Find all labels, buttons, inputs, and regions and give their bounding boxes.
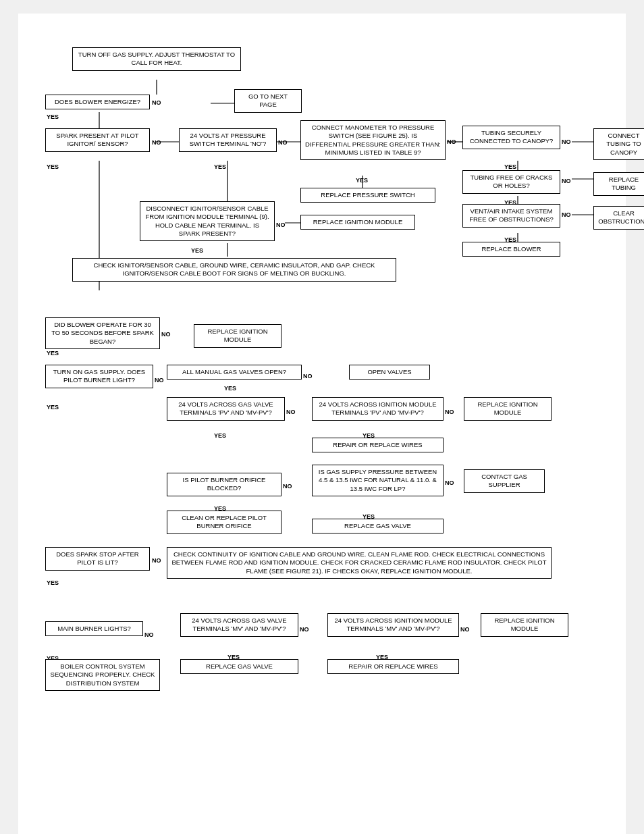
replace-pressure-switch-box: REPLACE PRESSURE SWITCH <box>300 188 435 203</box>
repair-wires-2-box: REPAIR OR REPLACE WIRES <box>327 659 459 674</box>
blower30-yes-label: YES <box>47 350 59 357</box>
vent-no-label: NO <box>562 211 571 218</box>
tubing-connected-question: TUBING SECURELY CONNECTED TO CANOPY? <box>462 126 560 149</box>
disconnect-yes-label: YES <box>191 247 203 254</box>
main-burner-question: MAIN BURNER LIGHTS? <box>45 621 143 636</box>
volts-module-pv-question: 24 VOLTS ACROSS IGNITION MODULE TERMINAL… <box>312 397 444 421</box>
open-valves-box: OPEN VALVES <box>349 365 430 380</box>
voltsmv-no-label: NO <box>300 626 309 633</box>
replace-ignition-2-box: REPLACE IGNITION MODULE <box>194 324 281 348</box>
check-continuity-box: CHECK CONTINUITY OF IGNITION CABLE AND G… <box>167 547 552 579</box>
replace-gas-valve-1-box: REPLACE GAS VALVE <box>312 519 444 533</box>
vent-free-question: VENT/AIR INTAKE SYSTEM FREE OF OBSTRUCTI… <box>462 204 560 228</box>
voltsmodpv-no-label: NO <box>445 409 454 415</box>
manometer-yes-label: YES <box>356 177 368 184</box>
volts-24-question: 24 VOLTS AT PRESSURE SWITCH TERMINAL 'NO… <box>179 128 277 152</box>
repair-wires-1-box: REPAIR OR REPLACE WIRES <box>312 438 444 452</box>
check-ignitor-box: CHECK IGNITOR/SENSOR CABLE, GROUND WIRE,… <box>72 258 396 282</box>
blower-yes-label: YES <box>47 113 59 120</box>
voltspv-no-label: NO <box>286 409 296 415</box>
manometer-no-label: NO <box>447 138 456 145</box>
start-box: TURN OFF GAS SUPPLY. ADJUST THERMOSTAT T… <box>72 47 241 71</box>
blower-30-question: DID BLOWER OPERATE FOR 30 TO 50 SECONDS … <box>45 317 160 349</box>
boiler-ok-box: BOILER CONTROL SYSTEM SEQUENCING PROPERL… <box>45 659 160 691</box>
tubing-free-no-label: NO <box>562 178 571 184</box>
spark-stop-question: DOES SPARK STOP AFTER PILOT IS LIT? <box>45 547 150 571</box>
clean-pilot-box: CLEAN OR REPLACE PILOT BURNER ORIFICE <box>167 511 281 534</box>
tubing-conn-yes-label: YES <box>504 163 516 170</box>
volts24-no-label: NO <box>278 139 288 146</box>
gaspressure-no-label: NO <box>445 479 454 486</box>
pilot-no-label: NO <box>155 377 164 384</box>
contact-gas-box: CONTACT GAS SUPPLIER <box>464 469 545 493</box>
mainburner-no-label: NO <box>144 631 154 638</box>
blower-no-label: NO <box>152 99 161 106</box>
replace-blower-box: REPLACE BLOWER <box>462 242 560 257</box>
volts-mv-question: 24 VOLTS ACROSS GAS VALVE TERMINALS 'MV'… <box>180 613 298 637</box>
gasvalves-no-label: NO <box>303 373 313 380</box>
connect-tubing-box: CONNECT TUBING TO CANOPY <box>593 128 644 160</box>
replace-gas-valve-2-box: REPLACE GAS VALVE <box>180 659 298 674</box>
replace-ignition-1-box: REPLACE IGNITION MODULE <box>300 215 415 230</box>
disconnect-no-label: NO <box>276 221 286 228</box>
gasvalves-yes-label: YES <box>224 385 236 392</box>
gas-pressure-question: IS GAS SUPPLY PRESSURE BETWEEN 4.5 & 13.… <box>312 465 444 496</box>
spark-no-label: NO <box>152 139 161 146</box>
replace-ignition-3-box: REPLACE IGNITION MODULE <box>464 397 552 421</box>
pilot-blocked-question: IS PILOT BURNER ORIFICE BLOCKED? <box>167 473 281 496</box>
clear-obstructions-box: CLEAR OBSTRUCTIONS <box>593 206 644 230</box>
blower30-no-label: NO <box>161 331 171 338</box>
voltspv-yes-label: YES <box>214 432 226 439</box>
sparkstop-no-label: NO <box>152 557 161 564</box>
go-next-box: GO TO NEXT PAGE <box>234 89 302 113</box>
replace-tubing-box: REPLACE TUBING <box>593 172 644 196</box>
disconnect-ignitor-box: DISCONNECT IGNITOR/SENSOR CABLE FROM IGN… <box>140 201 275 241</box>
connect-manometer-box: CONNECT MANOMETER TO PRESSURE SWITCH (SE… <box>300 120 446 160</box>
pilot-yes-label: YES <box>47 404 59 411</box>
volts24-yes-label: YES <box>214 163 226 170</box>
spark-yes-label: YES <box>47 163 59 170</box>
tubing-conn-no-label: NO <box>562 138 571 145</box>
sparkstop-yes-label: YES <box>47 579 59 586</box>
replace-ignition-4-box: REPLACE IGNITION MODULE <box>481 613 568 637</box>
blocked-no-label: NO <box>283 483 292 490</box>
volts-module-mv-question: 24 VOLTS ACROSS IGNITION MODULE TERMINAL… <box>327 613 459 637</box>
volts-pv-question: 24 VOLTS ACROSS GAS VALVE TERMINALS 'PV'… <box>167 397 285 421</box>
blower-question: DOES BLOWER ENERGIZE? <box>45 95 150 109</box>
flowchart: TURN OFF GAS SUPPLY. ADJUST THERMOSTAT T… <box>32 34 612 817</box>
voltsmodmv-no-label: NO <box>460 626 470 633</box>
tubing-free-question: TUBING FREE OF CRACKS OR HOLES? <box>462 170 560 194</box>
pilot-light-question: TURN ON GAS SUPPLY. DOES PILOT BURNER LI… <box>45 365 153 388</box>
gas-valves-question: ALL MANUAL GAS VALVES OPEN? <box>167 365 302 380</box>
spark-question: SPARK PRESENT AT PILOT IGNITOR/ SENSOR? <box>45 128 150 152</box>
page: TURN OFF GAS SUPPLY. ADJUST THERMOSTAT T… <box>18 14 626 834</box>
